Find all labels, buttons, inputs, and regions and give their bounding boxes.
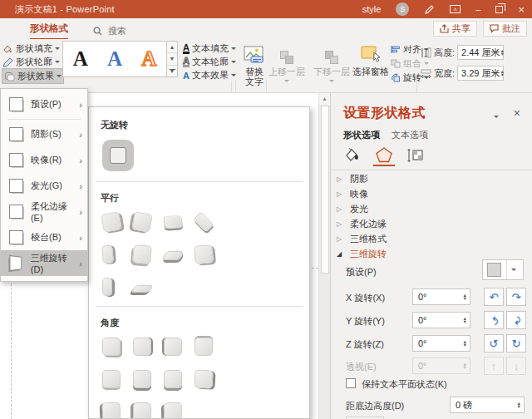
selection-pane-button[interactable]: 选择窗格	[352, 40, 389, 91]
pane-tab-shape-options[interactable]: 形状选项	[343, 129, 380, 141]
rotation-option-off1-l[interactable]	[101, 244, 114, 264]
pane-close-icon[interactable]: ×	[514, 106, 520, 120]
x-rotation-spinner[interactable]: ▲▼	[463, 293, 467, 301]
rotation-option-a-sl2[interactable]	[133, 402, 151, 419]
distance-input[interactable]: 0 磅▲▼	[450, 397, 525, 413]
rotation-option-a-b2[interactable]	[133, 370, 151, 388]
y-rotation-spinner[interactable]: ▲▼	[463, 317, 467, 324]
text-fill-button[interactable]: A 文本填充	[183, 42, 236, 55]
text-outline-button[interactable]: A 文本轮廓	[183, 56, 236, 68]
shape-fill-button[interactable]: 形状填充	[2, 42, 60, 55]
pane-tab-text-options[interactable]: 文本选项	[392, 129, 428, 141]
section-reflection[interactable]: ▷ 映像	[335, 187, 526, 200]
rotation-option-iso-r[interactable]	[131, 211, 152, 232]
wordart-style-2[interactable]: A	[97, 42, 131, 76]
rotation-option-a-b1[interactable]	[102, 370, 121, 388]
rotation-option-off2-l[interactable]	[161, 251, 185, 260]
rotate-ccw-icon[interactable]: ↺	[484, 334, 504, 352]
ink-pen-icon[interactable]	[416, 0, 442, 18]
gallery-more-icon[interactable]: ▼	[167, 66, 177, 76]
menu-item-shadow[interactable]: 阴影(S) ›	[1, 121, 87, 147]
width-input[interactable]: 3.29 厘米▲▼	[457, 66, 504, 81]
tab-shape-format[interactable]: 形状格式	[30, 22, 68, 41]
wordart-gallery[interactable]: A A A	[62, 41, 167, 77]
shape-effects-button[interactable]: 形状效果	[2, 69, 63, 83]
menu-item-preset[interactable]: 预设(P) ›	[1, 91, 87, 117]
rotate-right-icon[interactable]: ↷	[506, 288, 526, 306]
alt-text-button[interactable]: 替换 文字	[236, 40, 273, 91]
scrollbar-up-icon[interactable]: ▲	[319, 93, 330, 105]
selection-pane-icon	[360, 42, 382, 64]
rotation-option-a-sl3[interactable]	[164, 402, 183, 419]
rotation-option-a-t[interactable]	[195, 338, 213, 356]
section-glow[interactable]: ▷ 发光	[335, 202, 526, 215]
scrollbar-thumb[interactable]	[321, 106, 329, 274]
shape-outline-button[interactable]: 形状轮廓	[2, 56, 60, 68]
send-backward-button[interactable]: 下移一层	[313, 40, 350, 91]
y-rotation-input[interactable]: 0°▲▼	[412, 312, 470, 328]
gallery-down-icon[interactable]: ▼	[167, 53, 177, 65]
size-properties-icon[interactable]	[405, 145, 426, 166]
rotate-down-icon[interactable]: ↷	[506, 311, 526, 329]
menu-item-soft-edges[interactable]: 柔化边缘(E) ›	[1, 199, 87, 224]
rotation-option-a-b3[interactable]	[164, 370, 182, 388]
section-soft-edges[interactable]: ▷ 柔化边缘	[335, 217, 526, 230]
preset-dropdown[interactable]	[482, 259, 524, 280]
distance-spinner[interactable]: ▲▼	[517, 402, 521, 409]
effects-pentagon-icon[interactable]	[373, 145, 395, 166]
shape-effects-menu: 预设(P) › 阴影(S) › 映像(R) › 发光(G) › 柔化边缘(E) …	[0, 88, 88, 282]
wordart-style-3[interactable]: A	[132, 42, 166, 76]
gallery-up-icon[interactable]: ▲	[167, 42, 177, 53]
height-input[interactable]: 2.44 厘米▲▼	[457, 45, 504, 60]
wordart-style-1[interactable]: A	[63, 42, 97, 76]
bring-forward-button[interactable]: 上移一层	[268, 40, 305, 91]
slide-scrollbar[interactable]: ▲	[318, 93, 330, 419]
close-button[interactable]: ×	[510, 0, 532, 18]
z-rotation-spinner[interactable]: ▲▼	[463, 340, 467, 348]
search-placeholder: 搜索	[108, 25, 126, 37]
rotation-option-side-l[interactable]	[102, 278, 112, 296]
rotation-option-a-sr[interactable]	[194, 369, 213, 388]
perspective-label: 透视(E)	[346, 361, 377, 373]
height-icon	[421, 47, 431, 58]
rotation-option-flat-selected[interactable]	[110, 147, 126, 164]
rotation-option-off2-r[interactable]	[194, 244, 214, 264]
account-avatar[interactable]: S	[388, 0, 416, 18]
comment-icon	[490, 24, 499, 33]
rotation-option-a-sl1[interactable]	[101, 402, 121, 419]
menu-item-bevel[interactable]: 棱台(B) ›	[1, 224, 87, 250]
rotate-up-icon[interactable]: ↶	[484, 311, 504, 329]
pane-options-icon[interactable]	[494, 110, 499, 120]
menu-item-glow[interactable]: 发光(G) ›	[1, 173, 87, 199]
rotation-option-a-br[interactable]	[102, 338, 121, 356]
height-spinner[interactable]: ▲▼	[500, 49, 505, 57]
comments-button[interactable]: 批注	[483, 21, 527, 37]
rotation-option-side-flat[interactable]	[131, 285, 154, 293]
search-box[interactable]: 搜索	[93, 25, 126, 37]
width-spinner[interactable]: ▲▼	[500, 70, 505, 77]
rotation-option-top-l[interactable]	[163, 215, 183, 229]
restore-button[interactable]	[488, 0, 510, 18]
rotate-cw-icon[interactable]: ↻	[506, 334, 526, 352]
wordart-gallery-scroll: ▲ ▼ ▼	[167, 41, 178, 77]
ribbon: 形状填充 形状轮廓 形状效果 A A A ▲ ▼ ▼ A 文本填充 A 文本轮廓	[0, 39, 532, 93]
text-effects-button[interactable]: A 文本效果	[183, 69, 236, 81]
share-button[interactable]: 共享	[433, 21, 477, 37]
z-rotation-input[interactable]: 0°▲▼	[412, 335, 470, 352]
section-3d-format[interactable]: ▷ 三维格式	[335, 232, 526, 245]
rotation-option-iso-l[interactable]	[101, 211, 121, 232]
rotation-option-top-r[interactable]	[193, 211, 214, 232]
fill-line-icon[interactable]	[342, 145, 363, 166]
x-rotation-input[interactable]: 0°▲▼	[412, 288, 470, 305]
rotate-left-icon[interactable]: ↶	[484, 288, 504, 306]
section-shadow[interactable]: ▷ 阴影	[335, 172, 526, 185]
rotation-option-a-l[interactable]	[164, 338, 182, 356]
rotation-option-off1-r[interactable]	[132, 244, 152, 264]
ribbon-display-options-icon[interactable]: ˄	[442, 0, 468, 18]
section-3d-rotation[interactable]: ◢ 三维旋转	[335, 247, 526, 260]
rotation-option-a-r[interactable]	[133, 338, 151, 356]
keep-text-flat-checkbox[interactable]	[346, 378, 356, 388]
minimize-button[interactable]: –	[468, 0, 488, 18]
menu-item-reflection[interactable]: 映像(R) ›	[1, 147, 87, 173]
menu-item-3d-rotation[interactable]: 三维旋转(D) ›	[1, 250, 87, 276]
